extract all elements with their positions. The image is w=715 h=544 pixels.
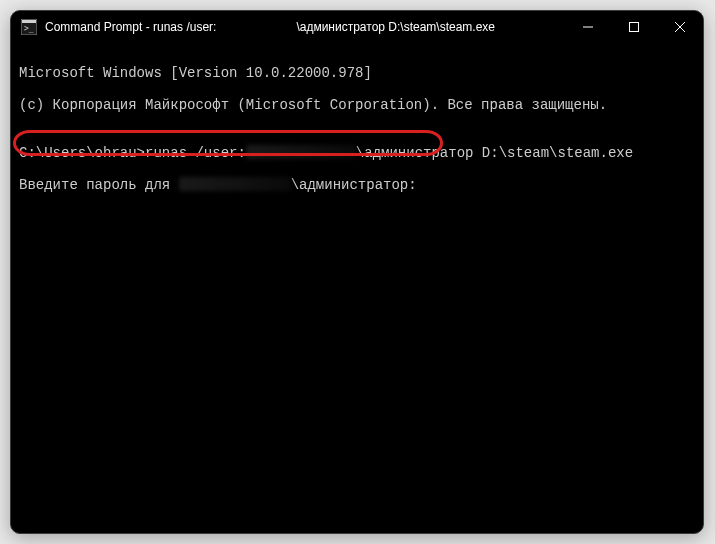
version-line: Microsoft Windows [Version 10.0.22000.97… xyxy=(19,65,695,81)
window-controls xyxy=(565,11,703,43)
window-title: Command Prompt - runas /user:\администра… xyxy=(45,20,565,34)
password-prefix: Введите пароль для xyxy=(19,177,179,193)
command-prompt-window: >_ Command Prompt - runas /user:\админис… xyxy=(10,10,704,534)
minimize-button[interactable] xyxy=(565,11,611,43)
titlebar[interactable]: >_ Command Prompt - runas /user:\админис… xyxy=(11,11,703,43)
runas-command-line: C:\Users\ohrau>runas /user:\администрато… xyxy=(19,145,695,161)
copyright-line: (c) Корпорация Майкрософт (Microsoft Cor… xyxy=(19,97,695,113)
password-prompt-line: Введите пароль для \администратор: xyxy=(19,177,695,193)
redacted-user-title xyxy=(216,21,296,33)
svg-rect-1 xyxy=(22,20,36,23)
redacted-user-cmd xyxy=(246,145,356,159)
close-button[interactable] xyxy=(657,11,703,43)
svg-text:>_: >_ xyxy=(24,24,34,33)
prompt-suffix: \администратор D:\steam\steam.exe xyxy=(356,145,633,161)
password-suffix: \администратор: xyxy=(291,177,417,193)
prompt-prefix: C:\Users\ohrau>runas /user: xyxy=(19,145,246,161)
title-prefix: Command Prompt - runas /user: xyxy=(45,20,216,34)
maximize-button[interactable] xyxy=(611,11,657,43)
svg-rect-4 xyxy=(630,23,639,32)
redacted-user-pwd xyxy=(179,177,291,191)
terminal-output[interactable]: Microsoft Windows [Version 10.0.22000.97… xyxy=(11,43,703,533)
cmd-icon: >_ xyxy=(21,19,37,35)
title-suffix: \администратор D:\steam\steam.exe xyxy=(296,20,495,34)
